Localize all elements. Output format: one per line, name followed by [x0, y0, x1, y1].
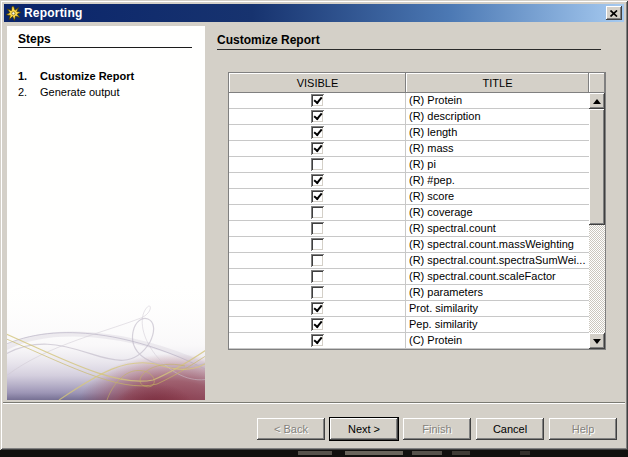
table-row: (R) coverage: [229, 205, 589, 221]
step-label: Customize Report: [40, 68, 134, 84]
visible-cell: [229, 189, 406, 204]
decorative-swirl-graphic: [7, 278, 205, 400]
down-arrow-icon: [593, 339, 601, 344]
step-number: 1.: [18, 68, 40, 84]
report-columns-table: VISIBLE TITLE (R) Protein (R) descriptio…: [228, 72, 606, 350]
title-cell[interactable]: (R) Protein: [406, 93, 589, 108]
visible-checkbox[interactable]: [311, 174, 324, 187]
table-row: (R) length: [229, 125, 589, 141]
app-icon: [6, 6, 21, 21]
window-title: Reporting: [24, 6, 82, 20]
visible-checkbox[interactable]: [311, 238, 324, 251]
visible-cell: [229, 269, 406, 284]
visible-checkbox[interactable]: [311, 206, 324, 219]
title-cell[interactable]: (R) coverage: [406, 205, 589, 220]
screen-edge-artifact: [412, 451, 442, 455]
button-next[interactable]: Next >: [330, 418, 398, 440]
title-bar[interactable]: Reporting: [4, 4, 624, 22]
visible-checkbox[interactable]: [311, 254, 324, 267]
visible-checkbox[interactable]: [311, 286, 324, 299]
table-header: VISIBLE TITLE: [229, 73, 605, 93]
steps-panel: Steps 1. Customize Report 2. Generate ou…: [7, 26, 205, 400]
screen-edge-artifact: [298, 451, 332, 455]
visible-checkbox[interactable]: [311, 142, 324, 155]
steps-divider: [18, 47, 192, 48]
page-title: Customize Report: [217, 33, 320, 47]
title-cell[interactable]: (R) spectral.count: [406, 221, 589, 236]
steps-header: Steps: [18, 32, 51, 46]
visible-cell: [229, 205, 406, 220]
table-row: (R) mass: [229, 141, 589, 157]
scrollbar-corner: [589, 73, 605, 93]
title-cell[interactable]: (R) score: [406, 189, 589, 204]
visible-checkbox[interactable]: [311, 334, 324, 347]
button-finish[interactable]: Finish: [403, 418, 471, 440]
visible-cell: [229, 317, 406, 332]
table-row: Prot. similarity: [229, 301, 589, 317]
scroll-down-button[interactable]: [589, 333, 605, 349]
scroll-up-button[interactable]: [589, 93, 605, 109]
visible-cell: [229, 301, 406, 316]
button-back[interactable]: < Back: [257, 418, 325, 440]
title-cell[interactable]: (R) length: [406, 125, 589, 140]
title-cell[interactable]: (R) spectral.count.scaleFactor: [406, 269, 589, 284]
visible-cell: [229, 125, 406, 140]
title-cell[interactable]: (R) parameters: [406, 285, 589, 300]
step-label: Generate output: [40, 84, 120, 100]
title-cell[interactable]: (R) pi: [406, 157, 589, 172]
visible-checkbox[interactable]: [311, 318, 324, 331]
title-cell[interactable]: (R) #pep.: [406, 173, 589, 188]
screen-edge: [0, 450, 628, 457]
table-row: (R) spectral.count.massWeighting: [229, 237, 589, 253]
title-cell[interactable]: (C) Protein: [406, 333, 589, 348]
wizard-buttons: < Back Next > Finish Cancel Help: [257, 418, 617, 440]
visible-checkbox[interactable]: [311, 126, 324, 139]
step-item[interactable]: 1. Customize Report: [7, 68, 205, 84]
up-arrow-icon: [593, 99, 601, 104]
visible-checkbox[interactable]: [311, 302, 324, 315]
visible-cell: [229, 253, 406, 268]
title-cell[interactable]: Prot. similarity: [406, 301, 589, 316]
visible-checkbox[interactable]: [311, 222, 324, 235]
table-row: Pep. similarity: [229, 317, 589, 333]
table-row: (R) #pep.: [229, 173, 589, 189]
button-help[interactable]: Help: [549, 418, 617, 440]
table-row: (R) pi: [229, 157, 589, 173]
table-row: (R) Protein: [229, 93, 589, 109]
step-number: 2.: [18, 84, 40, 100]
visible-cell: [229, 141, 406, 156]
visible-cell: [229, 109, 406, 124]
visible-cell: [229, 237, 406, 252]
column-header-title[interactable]: TITLE: [406, 73, 589, 93]
table-row: (C) Protein: [229, 333, 589, 349]
screen-edge-artifact: [520, 451, 530, 455]
title-cell[interactable]: (R) spectral.count.spectraSumWei...: [406, 253, 589, 268]
close-button[interactable]: [606, 6, 622, 20]
title-cell[interactable]: (R) mass: [406, 141, 589, 156]
table-row: (R) spectral.count: [229, 221, 589, 237]
visible-cell: [229, 157, 406, 172]
visible-checkbox[interactable]: [311, 94, 324, 107]
step-item[interactable]: 2. Generate output: [7, 84, 205, 100]
steps-list: 1. Customize Report 2. Generate output: [7, 68, 205, 100]
visible-cell: [229, 285, 406, 300]
visible-checkbox[interactable]: [311, 270, 324, 283]
visible-cell: [229, 333, 406, 348]
screen-edge-artifact: [345, 451, 403, 455]
title-cell[interactable]: Pep. similarity: [406, 317, 589, 332]
title-cell[interactable]: (R) spectral.count.massWeighting: [406, 237, 589, 252]
scrollbar-thumb[interactable]: [589, 109, 605, 225]
reporting-dialog: Reporting Steps 1. Customize Report 2. G…: [0, 0, 628, 450]
table-row: (R) spectral.count.scaleFactor: [229, 269, 589, 285]
button-cancel[interactable]: Cancel: [476, 418, 544, 440]
visible-cell: [229, 173, 406, 188]
vertical-scrollbar[interactable]: [589, 93, 605, 349]
title-cell[interactable]: (R) description: [406, 109, 589, 124]
visible-checkbox[interactable]: [311, 110, 324, 123]
button-area-divider: [3, 402, 625, 404]
column-header-visible[interactable]: VISIBLE: [229, 73, 406, 93]
visible-checkbox[interactable]: [311, 158, 324, 171]
visible-checkbox[interactable]: [311, 190, 324, 203]
table-row: (R) parameters: [229, 285, 589, 301]
table-row: (R) spectral.count.spectraSumWei...: [229, 253, 589, 269]
